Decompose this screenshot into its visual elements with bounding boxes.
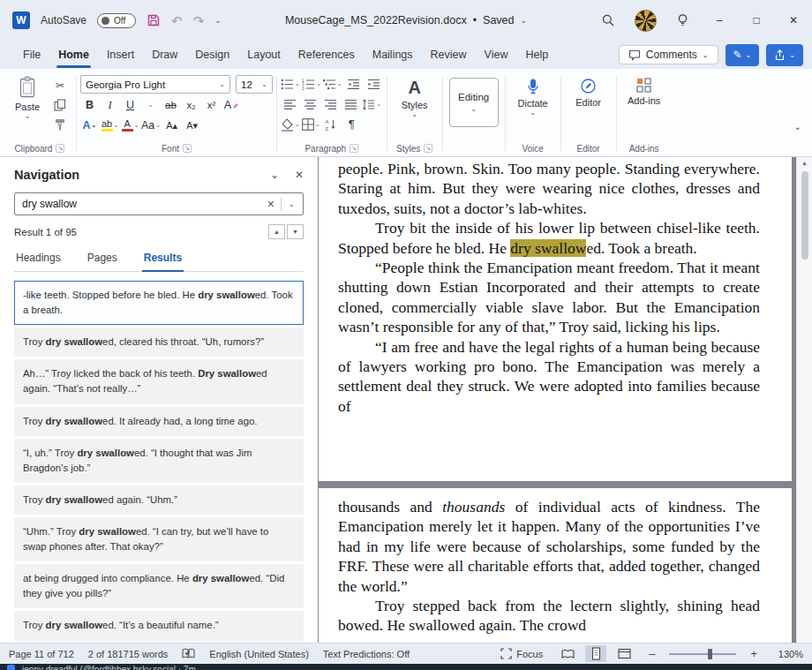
increase-indent-button[interactable] — [365, 75, 383, 93]
search-icon[interactable] — [590, 0, 627, 41]
web-layout-button[interactable] — [613, 645, 635, 662]
language-indicator[interactable]: English (United States) — [209, 649, 309, 659]
previous-result-button[interactable]: ▲ — [268, 224, 285, 239]
underline-button[interactable]: U — [121, 96, 139, 114]
font-size-combobox[interactable]: 12 ⌄ — [236, 75, 273, 94]
share-button[interactable]: ⌄ — [766, 44, 803, 66]
search-result-item[interactable]: Troy dry swallowed. It already had, a lo… — [14, 407, 304, 436]
editing-menu-button[interactable]: Editing ⌄ — [449, 78, 499, 127]
menu-tab-view[interactable]: View — [476, 41, 517, 68]
italic-button[interactable]: I — [101, 96, 119, 114]
text-highlight-button[interactable]: ab ⌄ — [101, 117, 119, 134]
addins-button[interactable]: Add-ins — [620, 72, 668, 140]
navigation-pane-chevron-icon[interactable]: ⌄ — [270, 169, 279, 181]
document-paragraph[interactable]: “I am free and have the legal rights of … — [338, 337, 760, 417]
format-painter-button[interactable] — [51, 117, 69, 132]
editing-mode-button[interactable]: ✎ ⌄ — [726, 44, 760, 66]
multilevel-list-button[interactable]: ⌄ — [323, 75, 342, 93]
autosave-toggle[interactable]: Off — [97, 13, 136, 28]
menu-tab-references[interactable]: References — [289, 41, 364, 68]
grow-font-button[interactable]: A▴ — [162, 117, 181, 134]
search-result-item[interactable]: “I, uh.” Troy dry swallowed. “I thought … — [14, 439, 304, 483]
menu-tab-design[interactable]: Design — [186, 41, 238, 68]
font-name-combobox[interactable]: Georgia Pro Light ⌄ — [80, 75, 230, 94]
subscript-button[interactable]: x₂ — [182, 96, 200, 114]
minimize-button[interactable]: – — [701, 0, 738, 41]
text-predictions-indicator[interactable]: Text Predictions: Off — [323, 649, 410, 659]
search-result-item[interactable]: Ah…” Troy licked the back of his teeth. … — [14, 359, 304, 403]
search-result-item[interactable]: “Uhm.” Troy dry swallowed. “I can try, b… — [14, 517, 304, 561]
align-right-button[interactable] — [321, 95, 340, 113]
shading-button[interactable]: ⌄ — [281, 116, 300, 133]
dictate-button[interactable]: Dictate ⌄ — [509, 72, 557, 140]
vertical-scrollbar[interactable]: ▲ — [796, 157, 812, 643]
next-result-button[interactable]: ▼ — [287, 224, 304, 239]
menu-tab-insert[interactable]: Insert — [98, 41, 143, 68]
cut-button[interactable]: ✂ — [51, 78, 69, 93]
document-paragraph[interactable]: people. Pink, brown. Skin. Too many peop… — [338, 159, 760, 218]
quick-access-chevron-icon[interactable]: ⌄ — [214, 16, 222, 25]
menu-tab-review[interactable]: Review — [422, 41, 476, 68]
document-page[interactable]: thousands and thousands of individual ac… — [319, 488, 792, 643]
nav-tab-results[interactable]: Results — [142, 248, 184, 272]
menu-tab-file[interactable]: File — [14, 41, 49, 68]
menu-tab-layout[interactable]: Layout — [238, 41, 289, 68]
font-dialog-launcher[interactable]: ↘ — [183, 144, 192, 153]
navigation-pane-close-icon[interactable]: ✕ — [295, 169, 304, 181]
copy-button[interactable] — [51, 97, 69, 112]
ribbon-collapse-chevron-icon[interactable]: ⌄ — [794, 122, 801, 132]
search-result-item[interactable]: -like teeth. Stopped before he bled. He … — [14, 281, 304, 325]
document-paragraph[interactable]: Troy bit the inside of his lower lip bet… — [338, 218, 760, 258]
page-indicator[interactable]: Page 11 of 712 — [9, 649, 74, 659]
line-spacing-button[interactable]: ⌄ — [362, 95, 381, 113]
decrease-indent-button[interactable] — [344, 75, 363, 93]
zoom-out-button[interactable]: – — [649, 647, 655, 660]
nav-tab-pages[interactable]: Pages — [86, 248, 119, 271]
scroll-up-arrow-icon[interactable]: ▲ — [801, 160, 808, 166]
sort-button[interactable]: AZ — [322, 116, 341, 133]
search-result-item[interactable]: Troy dry swallowed. “It’s a beautiful na… — [14, 611, 304, 640]
styles-button[interactable]: A Styles ⌄ — [391, 72, 439, 140]
document-paragraph[interactable]: “People think the Emancipation meant fre… — [338, 258, 760, 337]
save-icon[interactable] — [147, 13, 161, 27]
proofing-icon[interactable] — [182, 648, 195, 659]
show-formatting-marks-button[interactable]: ¶ — [342, 116, 361, 133]
paragraph-dialog-launcher[interactable]: ↘ — [350, 144, 358, 153]
search-result-item[interactable]: Troy dry swallowed, cleared his throat. … — [14, 327, 304, 357]
change-case-button[interactable]: Aa ⌄ — [141, 117, 161, 134]
styles-dialog-launcher[interactable]: ↘ — [424, 144, 432, 153]
text-effects-button[interactable]: A ⌄ — [80, 117, 99, 134]
strikethrough-button[interactable]: ab — [162, 96, 180, 114]
numbered-list-button[interactable]: 123 ⌄ — [302, 75, 321, 93]
lightbulb-icon[interactable] — [664, 0, 701, 41]
align-center-button[interactable] — [301, 95, 320, 113]
user-avatar[interactable] — [627, 0, 664, 41]
document-paragraph[interactable]: thousands and thousands of individual ac… — [338, 497, 760, 596]
menu-tab-help[interactable]: Help — [516, 41, 557, 68]
menu-tab-mailings[interactable]: Mailings — [364, 41, 422, 68]
shrink-font-button[interactable]: A▾ — [183, 117, 201, 134]
notification-toast[interactable]: jenny dreadful (@fordtibbex.bsky.social … — [0, 664, 812, 670]
justify-button[interactable] — [342, 95, 360, 113]
search-options-chevron-icon[interactable]: ⌄ — [282, 199, 301, 208]
search-clear-icon[interactable]: ✕ — [260, 199, 281, 210]
read-mode-button[interactable] — [557, 645, 578, 662]
word-app-icon[interactable]: W — [12, 11, 30, 29]
redo-icon[interactable]: ↷ — [193, 14, 205, 27]
focus-mode-button[interactable]: Focus — [500, 648, 543, 659]
editor-button[interactable]: Editor — [565, 72, 613, 140]
close-button[interactable]: ✕ — [775, 0, 812, 41]
comments-button[interactable]: Comments ⌄ — [619, 45, 718, 64]
document-paragraph[interactable]: Troy stepped back from the lectern sligh… — [338, 596, 760, 636]
word-count[interactable]: 2 of 181715 words — [88, 649, 169, 659]
menu-tab-draw[interactable]: Draw — [143, 41, 186, 68]
paste-button[interactable]: Paste ⌄ — [7, 72, 48, 140]
nav-tab-headings[interactable]: Headings — [14, 248, 63, 271]
bullet-list-button[interactable]: ⌄ — [281, 75, 300, 93]
undo-icon[interactable]: ↶ — [171, 14, 183, 27]
maximize-button[interactable]: □ — [738, 0, 775, 41]
clear-formatting-button[interactable]: A — [222, 96, 241, 114]
zoom-in-button[interactable]: + — [750, 647, 757, 660]
search-result-item[interactable]: at being drugged into compliance. He dry… — [14, 564, 304, 608]
document-page[interactable]: people. Pink, brown. Skin. Too many peop… — [319, 157, 792, 481]
